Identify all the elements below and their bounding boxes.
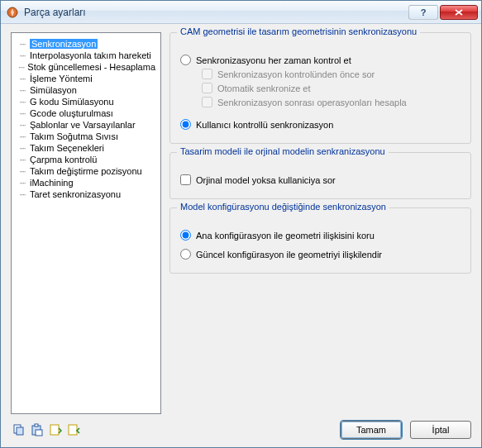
tree-item-label: G kodu Simülasyonu	[30, 97, 114, 107]
tree-item[interactable]: ····Simülasyon	[15, 84, 157, 96]
checkbox-label: Senkronizasyon sonrası operasyonları hes…	[217, 98, 407, 107]
check-ask-if-no-original[interactable]: Orjinal model yoksa kullaniciya sor	[180, 174, 461, 185]
dialog-window: Parça ayarları ? ····Senkronizasyon····I…	[0, 0, 482, 448]
tree-item[interactable]: ····Taret senkronizasyonu	[15, 188, 157, 200]
copy-icon[interactable]	[12, 423, 26, 436]
tree-item[interactable]: ····Takım Seçenekleri	[15, 142, 157, 154]
app-icon	[6, 6, 19, 19]
tree-connector-icon: ····	[17, 121, 28, 130]
tree-item-label: Takım Soğutma Sıvısı	[30, 131, 118, 141]
tree-item-label: Senkronizasyon	[30, 39, 98, 49]
tree-item-label: Takım değiştirme pozisyonu	[30, 166, 142, 176]
tree-item-label: iMachining	[30, 178, 74, 188]
check-auto-sync: Otomatik senkronize et	[202, 83, 461, 93]
tree-connector-icon: ····	[17, 40, 28, 49]
check-calc-after-sync: Senkronizasyon sonrası operasyonları hes…	[202, 97, 461, 107]
check-ask-before-sync: Senkronizasyon kontrolünden önce sor	[202, 69, 461, 79]
tree-item[interactable]: ····Stok güncellemesi - Hesaplama	[15, 61, 157, 73]
tree-item[interactable]: ····Senkronizasyon	[15, 38, 157, 50]
tree-connector-icon: ····	[17, 63, 26, 72]
tree-item[interactable]: ····Çarpma kontrolü	[15, 154, 157, 165]
radio-label: Güncel konfigürasyon ile geometriyi iliş…	[196, 250, 382, 260]
group-title: Tasarim modeli ile orjinal modelin senkr…	[177, 146, 389, 156]
tree-item-label: Interpolasyonla takım hareketi	[30, 50, 151, 60]
group-config-change-sync: Model konfigürasyonu değiştiğinde senkro…	[169, 207, 471, 274]
radio-always-check-sync[interactable]: Senkronizasyonu her zaman kontrol et	[180, 55, 461, 65]
radio-input[interactable]	[180, 119, 191, 130]
radio-label: Ana konfigürasyon ile geometri ilişkisin…	[196, 231, 375, 241]
checkbox-label: Senkronizasyon kontrolünden önce sor	[217, 69, 375, 79]
tree-item[interactable]: ····Şablonlar ve Varsayılanlar	[15, 119, 157, 131]
save-icon[interactable]	[49, 423, 62, 436]
bottom-bar: Tamam İptal	[11, 421, 471, 439]
tree-item-label: Stok güncellemesi - Hesaplama	[27, 62, 155, 72]
checkbox-input[interactable]	[180, 174, 191, 185]
group-title: CAM geometrisi ile tasarım geometrisinin…	[177, 26, 420, 36]
tree-item-label: Simülasyon	[30, 85, 77, 95]
tree-connector-icon: ····	[17, 98, 28, 107]
tree-item-label: Takım Seçenekleri	[30, 143, 104, 153]
tree-connector-icon: ····	[17, 190, 28, 199]
toolbar-icons	[11, 423, 80, 436]
tree-item-label: İşleme Yöntemi	[30, 74, 93, 83]
tree-connector-icon: ····	[17, 74, 28, 83]
cancel-button[interactable]: İptal	[410, 421, 471, 439]
tree-item[interactable]: ····G kodu Simülasyonu	[15, 96, 157, 107]
tree-item-label: Şablonlar ve Varsayılanlar	[30, 120, 136, 130]
tree-item[interactable]: ····Interpolasyonla takım hareketi	[15, 50, 157, 61]
group-design-original-sync: Tasarim modeli ile orjinal modelin senkr…	[169, 152, 471, 199]
button-label: Tamam	[356, 425, 386, 435]
help-button[interactable]: ?	[408, 5, 438, 20]
client-area: ····Senkronizasyon····Interpolasyonla ta…	[1, 24, 481, 447]
radio-input[interactable]	[180, 55, 191, 65]
dialog-buttons: Tamam İptal	[341, 421, 471, 439]
group-cam-sync: CAM geometrisi ile tasarım geometrisinin…	[169, 32, 471, 144]
tree-item[interactable]: ····Takım Soğutma Sıvısı	[15, 131, 157, 142]
tree-connector-icon: ····	[17, 167, 28, 176]
titlebar[interactable]: Parça ayarları ?	[1, 1, 481, 24]
tree-connector-icon: ····	[17, 179, 28, 188]
settings-panel: CAM geometrisi ile tasarım geometrisinin…	[169, 32, 471, 414]
tree-item[interactable]: ····iMachining	[15, 177, 157, 188]
svg-rect-5	[36, 430, 42, 436]
radio-user-controlled-sync[interactable]: Kullanıcı kontrollü senkronizasyon	[180, 119, 461, 130]
tree-item-label: Gcode oluşturulması	[30, 108, 113, 118]
tree-connector-icon: ····	[17, 144, 28, 153]
tree-connector-icon: ····	[17, 51, 28, 60]
svg-rect-4	[35, 424, 38, 427]
paste-icon[interactable]	[31, 423, 44, 436]
tree-item-label: Taret senkronizasyonu	[30, 189, 121, 199]
nav-tree[interactable]: ····Senkronizasyon····Interpolasyonla ta…	[11, 32, 161, 414]
tree-connector-icon: ····	[17, 109, 28, 118]
svg-rect-2	[17, 427, 23, 435]
checkbox-label: Otomatik senkronize et	[217, 83, 311, 93]
checkbox-input	[202, 83, 212, 93]
radio-keep-main-config[interactable]: Ana konfigürasyon ile geometri ilişkisin…	[180, 230, 461, 241]
ok-button[interactable]: Tamam	[341, 421, 402, 439]
close-button[interactable]	[440, 5, 478, 20]
window-title: Parça ayarları	[24, 7, 408, 18]
group-title: Model konfigürasyonu değiştiğinde senkro…	[177, 202, 389, 212]
tree-connector-icon: ····	[17, 86, 28, 95]
svg-rect-7	[69, 425, 77, 435]
tree-item-label: Çarpma kontrolü	[30, 155, 97, 164]
checkbox-label: Orjinal model yoksa kullaniciya sor	[196, 175, 336, 185]
tree-item[interactable]: ····Gcode oluşturulması	[15, 107, 157, 119]
checkbox-input	[202, 69, 212, 79]
svg-rect-6	[50, 425, 59, 435]
tree-item[interactable]: ····Takım değiştirme pozisyonu	[15, 165, 157, 177]
tree-item[interactable]: ····İşleme Yöntemi	[15, 73, 157, 84]
window-buttons: ?	[408, 5, 478, 20]
tree-connector-icon: ····	[17, 155, 28, 164]
button-label: İptal	[432, 425, 450, 435]
radio-input[interactable]	[180, 230, 191, 241]
radio-input[interactable]	[180, 249, 191, 260]
load-icon[interactable]	[67, 423, 80, 436]
tree-connector-icon: ····	[17, 132, 28, 141]
checkbox-input	[202, 97, 212, 107]
radio-link-current-config[interactable]: Güncel konfigürasyon ile geometriyi iliş…	[180, 249, 461, 260]
radio-label: Kullanıcı kontrollü senkronizasyon	[196, 120, 333, 130]
radio-label: Senkronizasyonu her zaman kontrol et	[196, 55, 351, 65]
